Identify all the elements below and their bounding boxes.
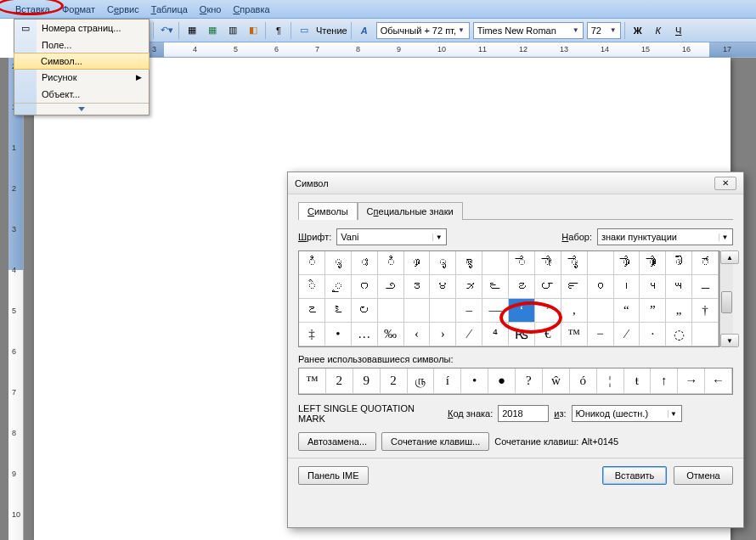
char-cell[interactable]: ౨	[378, 275, 404, 299]
char-cell[interactable]: ౯	[561, 275, 588, 299]
recent-char-cell[interactable]: ™	[299, 368, 326, 394]
char-cell[interactable]: ౭	[509, 275, 535, 299]
recent-char-cell[interactable]: 9	[353, 368, 381, 394]
scroll-thumb[interactable]	[721, 291, 732, 313]
char-cell[interactable]: ౼	[692, 275, 719, 299]
toolbar-excel-icon[interactable]: ▦	[204, 22, 221, 39]
scroll-down-icon[interactable]: ▼	[720, 334, 739, 347]
char-cell[interactable]: ೋ	[640, 251, 666, 275]
char-cell[interactable]: ౾	[325, 299, 352, 323]
char-cell[interactable]: ೆ	[509, 251, 535, 275]
recent-char-cell[interactable]: ¦	[597, 368, 624, 394]
recent-char-cell[interactable]: í	[434, 368, 461, 394]
char-cell[interactable]: ౽	[299, 299, 325, 323]
char-cell[interactable]	[404, 299, 431, 323]
char-cell[interactable]	[482, 251, 509, 275]
char-cell[interactable]: ⁄	[456, 323, 482, 346]
tab-symbols[interactable]: Символы	[298, 202, 358, 220]
char-cell[interactable]: ೇ	[535, 251, 561, 275]
code-input[interactable]: 2018	[498, 405, 549, 422]
char-cell[interactable]: ‘	[509, 299, 535, 323]
char-cell[interactable]: ‹	[404, 323, 431, 346]
toolbar-pilcrow-icon[interactable]: ¶	[270, 22, 287, 39]
char-cell[interactable]: „	[666, 299, 692, 323]
char-cell[interactable]: ೂ	[404, 251, 431, 275]
menu-item-page-numbers[interactable]: ▭ Номера страниц...	[14, 20, 149, 37]
toolbar-book-icon[interactable]: ▭	[296, 22, 313, 39]
char-cell[interactable]	[430, 299, 456, 323]
char-cell[interactable]: ಿ	[378, 251, 404, 275]
recent-char-cell[interactable]: ó	[570, 368, 597, 394]
menu-item-picture[interactable]: Рисунок▶	[14, 69, 149, 86]
char-cell[interactable]	[588, 299, 614, 323]
char-cell[interactable]	[378, 299, 404, 323]
char-cell[interactable]: ౬	[482, 275, 509, 299]
shortcut-button[interactable]: Сочетание клавиш...	[381, 432, 489, 451]
grid-scrollbar[interactable]: ▲ ▼	[719, 250, 733, 347]
char-cell[interactable]: ₨	[509, 323, 535, 346]
char-cell[interactable]: −	[588, 323, 614, 346]
char-cell[interactable]: ‰	[378, 323, 404, 346]
autocorrect-button[interactable]: Автозамена...	[298, 432, 376, 451]
char-cell[interactable]: ೈ	[561, 251, 588, 275]
menu-window[interactable]: Окно	[200, 4, 222, 14]
char-cell[interactable]	[588, 251, 614, 275]
recent-char-cell[interactable]: ŵ	[543, 368, 570, 394]
scroll-up-icon[interactable]: ▲	[720, 250, 739, 264]
menu-tools[interactable]: Сервис	[107, 4, 139, 14]
char-cell[interactable]: ‡	[299, 323, 325, 346]
menu-item-field[interactable]: Поле...	[14, 37, 149, 53]
char-cell[interactable]: ∕	[614, 323, 640, 346]
recent-char-cell[interactable]: ௫	[408, 368, 435, 394]
recent-char-cell[interactable]: ŧ	[624, 368, 652, 394]
char-cell[interactable]: ౻	[666, 275, 692, 299]
char-cell[interactable]: ౦	[588, 275, 614, 299]
char-cell[interactable]: ‚	[561, 299, 588, 323]
menu-expand[interactable]	[14, 103, 149, 115]
char-cell[interactable]: “	[614, 299, 640, 323]
recent-char-cell[interactable]: 2	[326, 368, 353, 394]
char-cell[interactable]: ಃ	[352, 251, 378, 275]
recent-char-cell[interactable]: •	[461, 368, 488, 394]
font-select[interactable]: Vani▼	[336, 228, 447, 245]
recent-char-cell[interactable]: ↑	[651, 368, 678, 394]
char-cell[interactable]: ౹	[614, 275, 640, 299]
recent-char-cell[interactable]: →	[678, 368, 705, 394]
recent-char-cell[interactable]: ?	[516, 368, 543, 394]
bold-button[interactable]: Ж	[629, 22, 646, 39]
underline-button[interactable]: Ч	[670, 22, 687, 39]
char-cell[interactable]: ౫	[456, 275, 482, 299]
set-select[interactable]: знаки пунктуации▼	[597, 228, 733, 245]
from-select[interactable]: Юникод (шестн.)▼	[572, 405, 682, 422]
toolbar-drawing-icon[interactable]: ◧	[245, 22, 262, 39]
char-cell[interactable]: †	[692, 299, 719, 323]
char-cell[interactable]: ·	[640, 323, 666, 346]
menu-help[interactable]: Справка	[233, 4, 269, 14]
font-combo[interactable]: Times New Roman▼	[473, 22, 584, 39]
char-cell[interactable]: ್	[692, 251, 719, 275]
cancel-button[interactable]: Отмена	[674, 466, 733, 485]
char-cell[interactable]: ™	[561, 323, 588, 346]
recent-char-cell[interactable]: 2	[381, 368, 408, 394]
recent-char-cell[interactable]: ←	[705, 368, 732, 394]
close-icon[interactable]: ✕	[714, 177, 736, 190]
char-cell[interactable]: ೄ	[456, 251, 482, 275]
char-cell[interactable]: ಿ	[299, 251, 325, 275]
toolbar-aa-icon[interactable]: A	[356, 22, 373, 39]
char-cell[interactable]: –	[456, 299, 482, 323]
char-cell[interactable]: …	[352, 323, 378, 346]
char-cell[interactable]: ೃ	[430, 251, 456, 275]
toolbar-reading-label[interactable]: Чтение	[316, 25, 347, 36]
char-cell[interactable]: ౩	[404, 275, 431, 299]
char-cell[interactable]: ೌ	[666, 251, 692, 275]
dialog-titlebar[interactable]: Символ ✕	[288, 172, 743, 194]
menu-format[interactable]: Формат	[62, 4, 95, 14]
char-cell[interactable]: ౧	[352, 275, 378, 299]
char-cell[interactable]: ೃ	[325, 251, 352, 275]
menu-item-object[interactable]: Объект...	[14, 86, 149, 103]
menu-insert[interactable]: Вставка	[15, 4, 50, 14]
char-cell[interactable]: ”	[640, 299, 666, 323]
char-cell[interactable]: ೊ	[614, 251, 640, 275]
char-cell[interactable]: ’	[535, 299, 561, 323]
toolbar-undo-icon[interactable]: ↶▾	[158, 22, 175, 39]
